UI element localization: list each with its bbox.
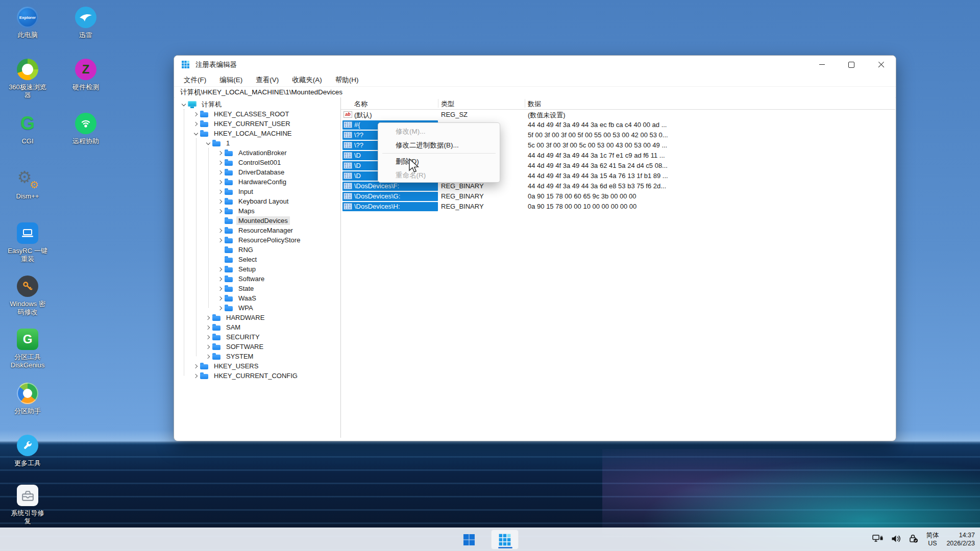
- address-bar[interactable]: 计算机\HKEY_LOCAL_MACHINE\1\MountedDevices: [174, 86, 896, 98]
- desktop-icon-easyrc[interactable]: EasyRC 一键 重装: [3, 222, 52, 264]
- column-header-data[interactable]: 数据: [528, 99, 541, 109]
- desktop-icon-xunlei[interactable]: 迅雷: [61, 6, 110, 39]
- menu-view[interactable]: 查看(V): [249, 74, 285, 86]
- chevron-right-icon[interactable]: [216, 294, 225, 303]
- network-icon[interactable]: [872, 534, 884, 545]
- desktop-icon-label: Windows 密 码修改: [3, 300, 52, 317]
- chevron-right-icon[interactable]: [192, 362, 200, 370]
- maximize-button[interactable]: [837, 56, 866, 73]
- desktop-icon-boot-repair[interactable]: 系统引导修 复: [3, 484, 52, 526]
- tree-item[interactable]: SECURITY: [175, 332, 340, 342]
- menu-edit[interactable]: 编辑(E): [213, 74, 249, 86]
- minimize-button[interactable]: [807, 56, 837, 73]
- taskbar-app-regedit[interactable]: [491, 530, 519, 549]
- tree-item[interactable]: Software: [175, 274, 340, 284]
- chevron-right-icon[interactable]: [216, 275, 225, 283]
- key-icon: [17, 276, 38, 297]
- column-header-name[interactable]: 名称: [354, 99, 368, 109]
- desktop-icon-diskgenius[interactable]: G 分区工具 DiskGenius: [3, 328, 52, 370]
- tree-item[interactable]: WaaS: [175, 293, 340, 303]
- desktop-icon-partition-assistant[interactable]: 分区助手: [3, 382, 52, 415]
- value-name: (默认): [354, 111, 372, 120]
- tree-item-mounteddevices[interactable]: MountedDevices: [175, 216, 340, 226]
- desktop-icon-remote-assist[interactable]: 远程协助: [61, 112, 110, 145]
- value-data: 44 4d 49 4f 3a 49 44 3a ec fb ca c4 40 0…: [528, 121, 667, 129]
- close-button[interactable]: [866, 56, 896, 73]
- tree-item[interactable]: State: [175, 284, 340, 293]
- chevron-right-icon[interactable]: [204, 353, 212, 361]
- tree-item[interactable]: ActivationBroker: [175, 148, 340, 158]
- chevron-right-icon[interactable]: [216, 168, 225, 177]
- chevron-right-icon[interactable]: [216, 178, 225, 186]
- registry-value-row[interactable]: (默认)REG_SZ(数值未设置): [341, 110, 895, 120]
- registry-value-row[interactable]: \DosDevices\G:REG_BINARY0a 90 15 78 00 6…: [341, 191, 895, 202]
- chevron-right-icon[interactable]: [216, 304, 225, 312]
- tree-item[interactable]: 1: [175, 138, 340, 148]
- chevron-right-icon[interactable]: [216, 227, 225, 235]
- tree-item[interactable]: HARDWARE: [175, 313, 340, 322]
- desktop-icon-windows-password[interactable]: Windows 密 码修改: [3, 275, 52, 317]
- desktop-icon-dism[interactable]: ⚙⚙ Dism++: [3, 167, 52, 201]
- taskbar-clock[interactable]: 14:37 2026/2/23: [946, 532, 975, 547]
- tree-item[interactable]: Keyboard Layout: [175, 196, 340, 206]
- chevron-down-icon[interactable]: [180, 101, 188, 109]
- tree-item[interactable]: SYSTEM: [175, 352, 340, 361]
- chevron-right-icon[interactable]: [216, 149, 225, 157]
- tree-item[interactable]: DriverDatabase: [175, 167, 340, 177]
- tree-item[interactable]: RNG: [175, 245, 340, 255]
- registry-value-row[interactable]: \DosDevices\F:REG_BINARY44 4d 49 4f 3a 4…: [341, 181, 895, 191]
- chevron-right-icon[interactable]: [216, 159, 225, 167]
- tree-item[interactable]: 计算机: [175, 99, 340, 109]
- desktop-icon-this-pc[interactable]: Explorer 此电脑: [3, 6, 52, 39]
- tree-item[interactable]: ResourceManager: [175, 226, 340, 235]
- security-lock-icon[interactable]: [909, 534, 918, 545]
- chevron-right-icon[interactable]: [216, 197, 225, 206]
- desktop-icon-360-browser[interactable]: 360极速浏览 器: [3, 58, 52, 100]
- tree-item[interactable]: SAM: [175, 322, 340, 332]
- context-menu-item-modify-binary[interactable]: 修改二进制数据(B)...: [378, 138, 500, 152]
- column-separator[interactable]: [438, 99, 438, 108]
- tree-item[interactable]: HKEY_USERS: [175, 361, 340, 371]
- chevron-right-icon[interactable]: [204, 333, 212, 341]
- tree-item[interactable]: WPA: [175, 303, 340, 313]
- chevron-down-icon[interactable]: [192, 130, 200, 138]
- tree-item[interactable]: ResourcePolicyStore: [175, 235, 340, 245]
- chevron-right-icon[interactable]: [192, 110, 200, 118]
- title-bar[interactable]: 注册表编辑器: [174, 56, 896, 73]
- chevron-right-icon[interactable]: [216, 188, 225, 196]
- menu-file[interactable]: 文件(F): [177, 74, 213, 86]
- menu-favorites[interactable]: 收藏夹(A): [285, 74, 329, 86]
- column-header-type[interactable]: 类型: [441, 99, 454, 109]
- input-method-indicator[interactable]: 简体 US: [926, 532, 939, 547]
- tree-item[interactable]: HardwareConfig: [175, 177, 340, 187]
- desktop-icon-more-tools[interactable]: 更多工具: [3, 434, 52, 467]
- context-menu-item-delete[interactable]: 删除(D): [378, 155, 500, 168]
- chevron-right-icon[interactable]: [192, 120, 200, 128]
- chevron-right-icon[interactable]: [216, 285, 225, 293]
- column-separator[interactable]: [525, 99, 525, 108]
- registry-value-row[interactable]: \DosDevices\H:REG_BINARY0a 90 15 78 00 0…: [341, 202, 895, 212]
- chevron-right-icon[interactable]: [192, 372, 200, 380]
- tree-item[interactable]: Setup: [175, 264, 340, 274]
- tree-item[interactable]: Maps: [175, 206, 340, 216]
- chevron-right-icon[interactable]: [204, 314, 212, 322]
- chevron-right-icon[interactable]: [216, 236, 225, 244]
- tree-item[interactable]: HKEY_CLASSES_ROOT: [175, 109, 340, 119]
- chevron-down-icon[interactable]: [204, 139, 212, 147]
- tree-item[interactable]: Select: [175, 255, 340, 264]
- chevron-right-icon[interactable]: [204, 343, 212, 351]
- chevron-right-icon[interactable]: [216, 265, 225, 273]
- tree-item[interactable]: Input: [175, 187, 340, 196]
- tree-item[interactable]: HKEY_LOCAL_MACHINE: [175, 129, 340, 138]
- menu-help[interactable]: 帮助(H): [329, 74, 365, 86]
- desktop-icon-cgi[interactable]: G CGI: [3, 112, 52, 145]
- tree-item[interactable]: HKEY_CURRENT_USER: [175, 119, 340, 129]
- desktop-icon-hardware-check[interactable]: Z 硬件检测: [61, 58, 110, 91]
- tree-item[interactable]: SOFTWARE: [175, 342, 340, 352]
- volume-icon[interactable]: [891, 535, 901, 545]
- tree-item[interactable]: ControlSet001: [175, 158, 340, 167]
- chevron-right-icon[interactable]: [204, 323, 212, 332]
- start-button[interactable]: [458, 530, 480, 549]
- chevron-right-icon[interactable]: [216, 207, 225, 215]
- tree-item[interactable]: HKEY_CURRENT_CONFIG: [175, 371, 340, 381]
